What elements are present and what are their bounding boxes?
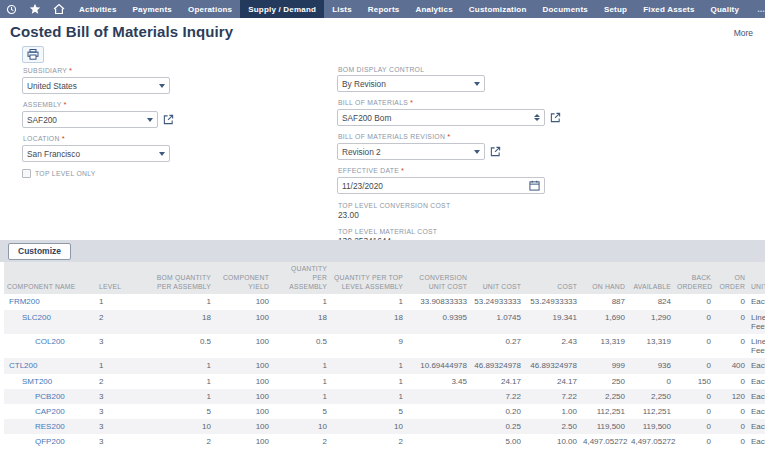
open-bom-record-icon[interactable] (550, 112, 561, 123)
component-link[interactable]: PCB200 (35, 392, 65, 401)
nav-item-documents[interactable]: Documents (535, 0, 596, 18)
table-cell: 4,497.05272 (580, 434, 628, 449)
bom-display-control-select[interactable]: By Revision (337, 75, 485, 92)
nav-item-payments[interactable]: Payments (125, 0, 180, 18)
table-row: CTL200111001110.6944497846.8932497846.89… (4, 358, 765, 373)
table-cell: 0 (714, 310, 748, 334)
table-cell: 46.89324978 (524, 358, 580, 373)
table-cell: 3 (96, 334, 138, 358)
table-cell: Each(1) (748, 404, 765, 419)
table-cell (406, 419, 470, 434)
double-chevron-icon (534, 114, 540, 121)
table-cell: 0 (628, 374, 674, 389)
component-link[interactable]: FRM200 (9, 297, 40, 306)
table-cell: 24.17 (470, 374, 524, 389)
component-link[interactable]: CTL200 (9, 361, 37, 370)
bom-display-control-label: BOM DISPLAY CONTROL (338, 66, 567, 73)
nav-item-operations[interactable]: Operations (180, 0, 240, 18)
table-cell (406, 389, 470, 404)
bom-revision-select[interactable]: Revision 2 (337, 143, 485, 160)
location-label: LOCATION* (23, 134, 174, 143)
table-row: SMT20021100113.4524.1724.1725001500Each(… (4, 374, 765, 389)
table-cell: 112,251 (628, 404, 674, 419)
table-cell: 2 (96, 310, 138, 334)
table-row: QFP20032100225.0010.004,497.052724,497.0… (4, 434, 765, 449)
table-cell: Each(1) (748, 389, 765, 404)
nav-item-quality[interactable]: Quality (703, 0, 748, 18)
column-header-cost: COST (524, 262, 580, 294)
effective-date-input[interactable] (342, 181, 529, 191)
effective-date-label: EFFECTIVE DATE* (338, 166, 567, 175)
calendar-icon[interactable] (529, 180, 540, 191)
more-link[interactable]: More (734, 28, 753, 38)
home-icon[interactable] (47, 0, 71, 18)
table-cell: 7.22 (470, 389, 524, 404)
table-cell: 936 (628, 358, 674, 373)
nav-item-activities[interactable]: Activities (71, 0, 125, 18)
column-header-bom-quantity-per-assembly: BOM QUANTITY PER ASSEMBLY (138, 262, 214, 294)
table-cell: Each(1) (748, 358, 765, 373)
table-cell: 100 (214, 419, 272, 434)
component-link[interactable]: SLC200 (22, 313, 51, 322)
table-cell: 1,690 (580, 310, 628, 334)
table-cell: 999 (580, 358, 628, 373)
nav-item-lists[interactable]: Lists (324, 0, 360, 18)
component-name-cell: SMT200 (4, 374, 96, 389)
table-cell: 2,250 (580, 389, 628, 404)
required-asterisk: * (410, 98, 413, 107)
table-cell: 0 (674, 404, 714, 419)
nav-item-setup[interactable]: Setup (596, 0, 635, 18)
chevron-down-icon (159, 84, 165, 88)
table-cell: 2.50 (524, 419, 580, 434)
table-cell: 0 (674, 389, 714, 404)
nav-item-supply-demand[interactable]: Supply / Demand (240, 0, 324, 18)
table-row: RES20031010010100.252.50119,500119,50000… (4, 419, 765, 434)
customize-button[interactable]: Customize (8, 243, 71, 260)
table-cell: 5 (272, 404, 330, 419)
bill-of-materials-combo[interactable]: SAF200 Bom (337, 109, 545, 126)
subsidiary-select[interactable]: United States (22, 77, 170, 94)
table-cell: 250 (580, 374, 628, 389)
table-cell: 5.00 (470, 434, 524, 449)
nav-item-fixed-assets[interactable]: Fixed Assets (635, 0, 702, 18)
chevron-down-icon (147, 118, 153, 122)
table-cell: 1 (138, 294, 214, 309)
component-link[interactable]: COL200 (35, 337, 65, 346)
open-revision-record-icon[interactable] (490, 146, 501, 157)
table-cell: 9 (330, 334, 406, 358)
table-cell (406, 404, 470, 419)
open-assembly-record-icon[interactable] (163, 114, 174, 125)
component-link[interactable]: CAP200 (35, 407, 65, 416)
location-select[interactable]: San Francisco (22, 145, 170, 162)
table-cell: 100 (214, 374, 272, 389)
nav-item-analytics[interactable]: Analytics (407, 0, 460, 18)
table-cell: 1 (330, 389, 406, 404)
nav-item-customization[interactable]: Customization (461, 0, 535, 18)
table-cell: 53.24933333 (470, 294, 524, 309)
required-asterisk: * (62, 134, 65, 143)
table-cell: 4,497.05272 (628, 434, 674, 449)
table-cell (406, 334, 470, 358)
table-cell: 0 (674, 294, 714, 309)
assembly-select[interactable]: SAF200 (22, 111, 158, 128)
table-cell: 0 (714, 374, 748, 389)
table-cell: 1 (138, 389, 214, 404)
column-header-component-name: COMPONENT NAME (4, 262, 96, 294)
table-cell: 3 (96, 434, 138, 449)
table-cell: 119,500 (580, 419, 628, 434)
table-cell: 1 (138, 374, 214, 389)
table-cell: 1 (96, 294, 138, 309)
table-cell: 0 (674, 434, 714, 449)
nav-overflow-button[interactable]: ... (747, 0, 765, 18)
table-cell: 5 (138, 404, 214, 419)
recents-icon[interactable] (0, 0, 23, 18)
shortcuts-star-icon[interactable] (23, 0, 47, 18)
component-link[interactable]: RES200 (35, 422, 65, 431)
top-level-only-checkbox[interactable] (22, 169, 31, 178)
top-level-only-label: TOP LEVEL ONLY (35, 170, 96, 177)
table-cell: 53.24933333 (524, 294, 580, 309)
nav-item-reports[interactable]: Reports (360, 0, 408, 18)
column-header-quantity-per-assembly: QUANTITY PER ASSEMBLY (272, 262, 330, 294)
component-link[interactable]: QFP200 (35, 437, 65, 446)
component-link[interactable]: SMT200 (22, 377, 52, 386)
